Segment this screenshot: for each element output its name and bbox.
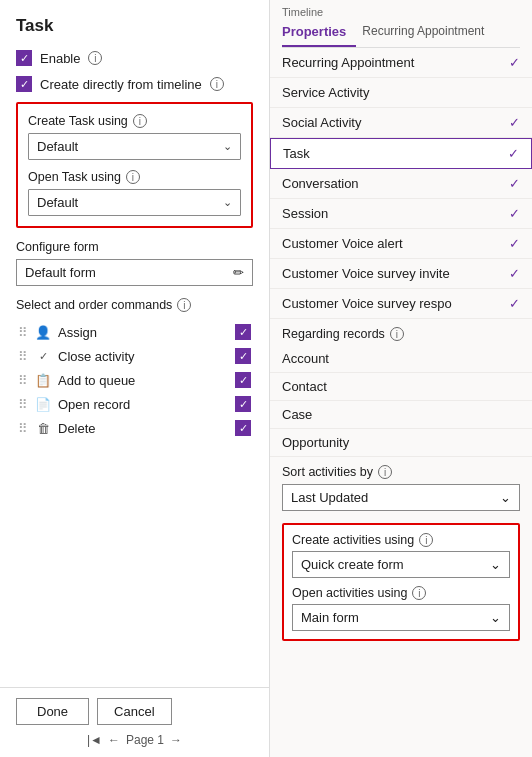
create-task-select[interactable]: Default ⌄ [28, 133, 241, 160]
task-form-section: Create Task using i Default ⌄ Open Task … [16, 102, 253, 228]
recurring-check-icon: ✓ [509, 55, 520, 70]
activity-task[interactable]: Task ✓ [270, 138, 532, 169]
enable-info-icon[interactable]: i [88, 51, 102, 65]
open-activities-chevron-icon: ⌄ [490, 610, 501, 625]
drag-handle-queue-icon[interactable]: ⠿ [18, 373, 28, 388]
configure-form-label: Configure form [16, 240, 253, 254]
configure-form-value: Default form [25, 265, 96, 280]
tab-recurring-appointment[interactable]: Recurring Appointment [356, 20, 494, 47]
regarding-case[interactable]: Case [270, 401, 532, 429]
activity-list: Recurring Appointment ✓ Service Activity… [270, 48, 532, 319]
open-record-icon: 📄 [34, 397, 52, 412]
create-directly-info-icon[interactable]: i [210, 77, 224, 91]
drag-handle-assign-icon[interactable]: ⠿ [18, 325, 28, 340]
command-add-queue-label: Add to queue [58, 373, 229, 388]
command-add-queue: ⠿ 📋 Add to queue [16, 368, 253, 392]
done-button[interactable]: Done [16, 698, 89, 725]
sort-info-icon[interactable]: i [378, 465, 392, 479]
delete-trash-icon: 🗑 [34, 421, 52, 436]
commands-header: Select and order commands i [16, 298, 253, 312]
page-label: Page 1 [126, 733, 164, 747]
task-check-icon: ✓ [508, 146, 519, 161]
regarding-opportunity[interactable]: Opportunity [270, 429, 532, 457]
commands-info-icon[interactable]: i [177, 298, 191, 312]
page-first-icon[interactable]: |◄ [87, 733, 102, 747]
open-record-checkbox[interactable] [235, 396, 251, 412]
create-task-chevron-icon: ⌄ [223, 140, 232, 153]
queue-icon: 📋 [34, 373, 52, 388]
open-activities-label: Open activities using i [292, 586, 510, 600]
conversation-check-icon: ✓ [509, 176, 520, 191]
create-activities-select[interactable]: Quick create form ⌄ [292, 551, 510, 578]
assign-checkbox[interactable] [235, 324, 251, 340]
close-activity-checkbox[interactable] [235, 348, 251, 364]
tab-properties[interactable]: Properties [282, 20, 356, 47]
cv-alert-check-icon: ✓ [509, 236, 520, 251]
open-task-chevron-icon: ⌄ [223, 196, 232, 209]
command-delete-label: Delete [58, 421, 229, 436]
assign-person-icon: 👤 [34, 325, 52, 340]
create-task-label: Create Task using i [28, 114, 241, 128]
cv-invite-check-icon: ✓ [509, 266, 520, 281]
drag-handle-close-icon[interactable]: ⠿ [18, 349, 28, 364]
commands-section: Select and order commands i ⠿ 👤 Assign ⠿… [16, 298, 253, 440]
configure-form-row[interactable]: Default form ✏ [16, 259, 253, 286]
open-activities-info-icon[interactable]: i [412, 586, 426, 600]
left-panel-content: Task Enable i Create directly from timel… [0, 0, 269, 687]
regarding-records-header: Regarding records i [270, 319, 532, 345]
command-assign: ⠿ 👤 Assign [16, 320, 253, 344]
session-check-icon: ✓ [509, 206, 520, 221]
drag-handle-record-icon[interactable]: ⠿ [18, 397, 28, 412]
right-panel-tabs: Properties Recurring Appointment [282, 20, 520, 48]
timeline-label: Timeline [282, 6, 520, 18]
enable-checkbox[interactable] [16, 50, 32, 66]
left-panel-footer: Done Cancel |◄ ← Page 1 → [0, 687, 269, 757]
regarding-info-icon[interactable]: i [390, 327, 404, 341]
open-task-info-icon[interactable]: i [126, 170, 140, 184]
command-open-record-label: Open record [58, 397, 229, 412]
add-queue-checkbox[interactable] [235, 372, 251, 388]
command-close-activity-label: Close activity [58, 349, 229, 364]
open-task-select[interactable]: Default ⌄ [28, 189, 241, 216]
sort-chevron-icon: ⌄ [500, 490, 511, 505]
regarding-account[interactable]: Account [270, 345, 532, 373]
delete-checkbox[interactable] [235, 420, 251, 436]
drag-handle-delete-icon[interactable]: ⠿ [18, 421, 28, 436]
activity-recurring-appointment[interactable]: Recurring Appointment ✓ [270, 48, 532, 78]
command-open-record: ⠿ 📄 Open record [16, 392, 253, 416]
activity-customer-voice-survey-response[interactable]: Customer Voice survey respo ✓ [270, 289, 532, 319]
right-panel: Timeline Properties Recurring Appointmen… [270, 0, 532, 757]
enable-label: Enable [40, 51, 80, 66]
activity-service-activity[interactable]: Service Activity ✓ [270, 78, 532, 108]
sort-select[interactable]: Last Updated ⌄ [282, 484, 520, 511]
page-next-icon[interactable]: → [170, 733, 182, 747]
cancel-button[interactable]: Cancel [97, 698, 171, 725]
sort-section: Sort activities by i Last Updated ⌄ [270, 457, 532, 515]
right-panel-content: Recurring Appointment ✓ Service Activity… [270, 48, 532, 757]
command-close-activity: ⠿ ✓ Close activity [16, 344, 253, 368]
create-activities-section: Create activities using i Quick create f… [282, 523, 520, 641]
open-activities-select[interactable]: Main form ⌄ [292, 604, 510, 631]
enable-row: Enable i [16, 50, 253, 66]
social-check-icon: ✓ [509, 115, 520, 130]
create-activities-label: Create activities using i [292, 533, 510, 547]
cv-response-check-icon: ✓ [509, 296, 520, 311]
edit-icon[interactable]: ✏ [233, 265, 244, 280]
activity-session[interactable]: Session ✓ [270, 199, 532, 229]
create-directly-label: Create directly from timeline [40, 77, 202, 92]
panel-title: Task [16, 16, 253, 36]
right-panel-header: Timeline Properties Recurring Appointmen… [270, 0, 532, 48]
page-prev-icon[interactable]: ← [108, 733, 120, 747]
pagination: |◄ ← Page 1 → [16, 733, 253, 747]
regarding-contact[interactable]: Contact [270, 373, 532, 401]
open-task-label: Open Task using i [28, 170, 241, 184]
activity-customer-voice-alert[interactable]: Customer Voice alert ✓ [270, 229, 532, 259]
command-delete: ⠿ 🗑 Delete [16, 416, 253, 440]
create-activities-info-icon[interactable]: i [419, 533, 433, 547]
create-directly-row: Create directly from timeline i [16, 76, 253, 92]
create-directly-checkbox[interactable] [16, 76, 32, 92]
activity-customer-voice-survey-invite[interactable]: Customer Voice survey invite ✓ [270, 259, 532, 289]
activity-conversation[interactable]: Conversation ✓ [270, 169, 532, 199]
create-task-info-icon[interactable]: i [133, 114, 147, 128]
activity-social-activity[interactable]: Social Activity ✓ [270, 108, 532, 138]
